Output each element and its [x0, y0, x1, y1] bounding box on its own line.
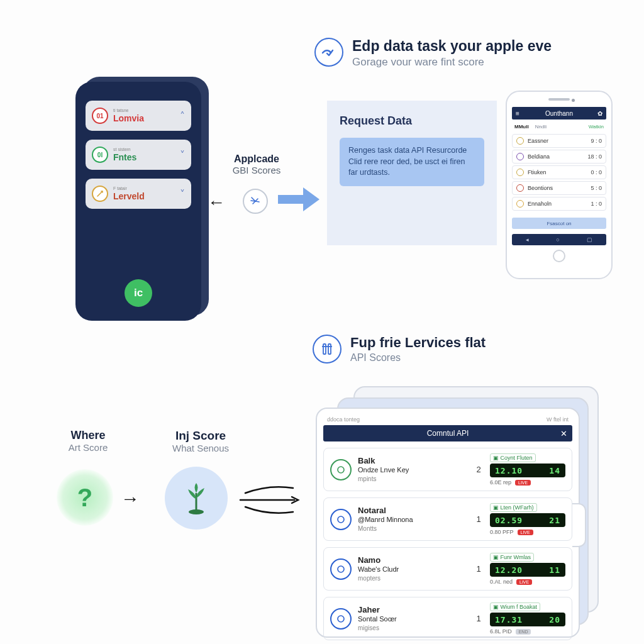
chevron-up-icon[interactable]: ˄ — [180, 110, 185, 122]
request-title: Request Data — [340, 114, 484, 128]
team-icon — [516, 169, 524, 176]
tab[interactable]: Watkin — [589, 124, 604, 130]
svg-point-8 — [189, 509, 204, 514]
row-meta: Notaral@Manrd MinnonaMontts — [358, 506, 467, 533]
tab[interactable]: MMull — [514, 124, 529, 130]
svg-point-12 — [338, 616, 344, 622]
ic-badge-icon: ic — [125, 279, 152, 307]
phone-header-title: Ounthann — [545, 110, 573, 117]
score-row[interactable]: Beontions5 : 0 — [512, 181, 606, 195]
score-row[interactable]: BalkOndze Lnve Keympints2▣ Coynt Fluten1… — [323, 448, 572, 491]
phone-tabs: MMull Nndli Watkin — [512, 122, 606, 131]
list-item[interactable]: 01 ti tatsne Lomvia ˄ — [86, 101, 191, 131]
lower-subtitle: API Scores — [350, 352, 486, 364]
team-icon — [516, 137, 524, 145]
arrow-left-icon: ← — [208, 192, 225, 213]
scoreboard: 17.3120 — [490, 613, 565, 626]
plant-icon — [165, 467, 228, 530]
score-row[interactable]: Ennaholn1 : 0 — [512, 197, 606, 211]
svg-point-9 — [338, 467, 344, 473]
where-title: Where — [50, 429, 126, 442]
lower-title: Fup frie Lervices flat — [350, 335, 486, 351]
phone-dark: 01 ti tatsne Lomvia ˄ 0I st sistem Fntes… — [75, 82, 201, 321]
score-row[interactable]: Eassner9 : 0 — [512, 134, 606, 148]
gear-icon[interactable]: ✿ — [597, 110, 602, 117]
tag-badge: ▣ Lten (WFarh) — [490, 503, 537, 512]
list-label: Lomvia — [113, 113, 175, 123]
row-right: ▣ Funr Wmlas12.20110.At. nedLIVE — [490, 553, 565, 585]
tab[interactable]: Nndli — [535, 124, 547, 130]
status-dot-icon: 0I — [92, 147, 108, 163]
row-right: ▣ Coynt Fluten12.10146.0E repLIVE — [490, 453, 565, 486]
tablet-notch — [572, 503, 586, 547]
row-count: 1 — [474, 514, 484, 524]
chevron-down-icon[interactable]: ˅ — [180, 188, 185, 200]
row-count: 1 — [474, 564, 484, 574]
multi-arrow-icon — [238, 478, 307, 522]
svg-point-10 — [338, 516, 344, 523]
window-chrome: ddoca tonteg W ftel int — [323, 415, 572, 424]
nav-back-icon[interactable]: ◂ — [526, 236, 529, 243]
svg-line-2 — [253, 201, 255, 204]
list-item[interactable]: 0I st sistem Fntes ˅ — [86, 140, 191, 170]
mid-label-sub: GBI Scores — [219, 165, 294, 175]
scoreboard: 12.2011 — [490, 563, 565, 577]
list-tiny: F tatair — [113, 186, 175, 191]
team-icon — [516, 153, 524, 160]
chevron-down-icon[interactable]: ˅ — [180, 149, 185, 161]
question-icon: ? — [57, 469, 113, 526]
scoreboard: 12.1014 — [490, 464, 565, 477]
nav-home-icon[interactable]: ○ — [556, 236, 559, 243]
svg-line-1 — [251, 201, 255, 201]
row-meta: JaherSontal Soœrmigises — [358, 605, 467, 633]
live-badge: END — [516, 629, 531, 635]
inj-block: Inj Score What Senous — [153, 429, 248, 453]
score-row[interactable]: NamoWabe's Cludrmopters1▣ Funr Wmlas12.2… — [323, 547, 572, 591]
arrow-right-icon: → — [121, 488, 140, 509]
services-icon — [313, 335, 341, 364]
svg-rect-5 — [323, 344, 326, 354]
tablet-stack: ddoca tonteg W ftel int Comntul API ✕ Ba… — [316, 386, 605, 638]
row-count: 2 — [474, 465, 484, 474]
live-badge: LIVE — [516, 579, 532, 585]
team-icon — [516, 184, 524, 192]
row-right: ▣ Lten (WFarh)02.59210.80 PFPLIVE — [490, 503, 565, 535]
close-icon[interactable]: ✕ — [560, 429, 567, 438]
tag-badge: ▣ Coynt Fluten — [490, 453, 536, 462]
lower-header: Fup frie Lervices flat API Scores — [313, 335, 486, 364]
cta-button[interactable]: Fsascot on — [512, 218, 606, 229]
svg-point-11 — [338, 566, 344, 572]
mid-label: Applcade GBI Scores — [219, 153, 294, 175]
score-row[interactable]: Beldiana18 : 0 — [512, 150, 606, 164]
score-row[interactable]: JaherSontal Soœrmigises1▣ Wium f Boakat1… — [323, 597, 572, 640]
inj-title: Inj Score — [153, 429, 248, 443]
list-item[interactable]: F tatair Lerveld ˅ — [86, 179, 191, 209]
tablet-titlebar: Comntul API ✕ — [323, 425, 572, 441]
score-row[interactable]: Ftiuken0 : 0 — [512, 165, 606, 179]
status-dot-icon — [92, 186, 108, 202]
phone-camera — [572, 99, 575, 102]
phone-navbar: ◂○▢ — [512, 234, 606, 245]
svg-line-4 — [255, 201, 259, 202]
row-meta: NamoWabe's Cludrmopters — [358, 555, 467, 583]
check-swoosh-icon — [314, 38, 343, 67]
chrome-right: W ftel int — [547, 416, 569, 423]
tag-badge: ▣ Wium f Boakat — [490, 602, 540, 611]
where-block: Where Art Score — [50, 429, 126, 453]
team-icon — [516, 200, 524, 208]
inj-sub: What Senous — [153, 443, 248, 453]
phone-right: Ounthann ✿ MMull Nndli Watkin Eassner9 :… — [506, 91, 613, 279]
chrome-left: ddoca tonteg — [327, 416, 360, 423]
tablet-title: Comntul API — [427, 429, 469, 438]
list-label: Lerveld — [113, 191, 175, 201]
list-label: Fntes — [113, 152, 175, 162]
live-badge: LIVE — [518, 530, 533, 535]
team-icon — [330, 608, 352, 630]
score-row[interactable]: Notaral@Manrd MinnonaMontts1▣ Lten (WFar… — [323, 497, 572, 541]
top-header: Edp data task your apple eve Gorage vour… — [314, 38, 552, 69]
team-icon — [330, 459, 352, 480]
arrow-right-icon — [277, 184, 321, 215]
nav-recent-icon[interactable]: ▢ — [587, 236, 592, 243]
home-button[interactable] — [553, 250, 565, 262]
team-icon — [330, 509, 352, 530]
